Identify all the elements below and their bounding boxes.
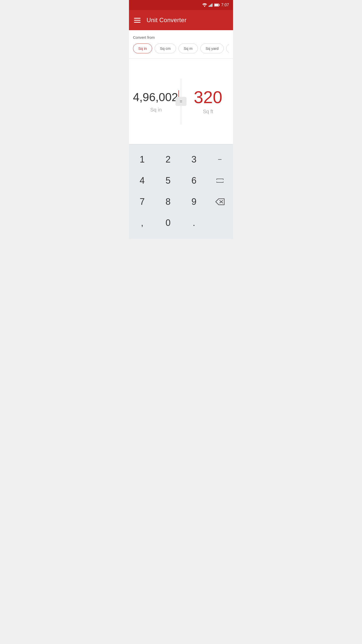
key-backspace[interactable] <box>207 192 233 212</box>
key-minus[interactable]: − <box>207 149 233 170</box>
key-9[interactable]: 9 <box>181 192 207 212</box>
key-comma[interactable]: , <box>129 213 155 233</box>
output-unit-label: Sq ft <box>203 109 213 114</box>
input-unit-label: Sq in <box>150 107 162 113</box>
key-1[interactable]: 1 <box>129 149 155 170</box>
conversion-row: 4,96,002 Sq in = 320 Sq ft <box>129 89 233 114</box>
svg-rect-1 <box>209 6 209 7</box>
key-space[interactable] <box>207 171 233 191</box>
convert-from-label: Convert from <box>133 35 229 39</box>
unit-tabs: Sq in Sq cm Sq m Sq yard Sq mile Acre <box>133 44 229 54</box>
unit-tab-sq-cm[interactable]: Sq cm <box>155 44 176 53</box>
toolbar-title: Unit Converter <box>147 17 187 24</box>
key-8[interactable]: 8 <box>155 192 181 212</box>
backspace-icon <box>215 198 225 205</box>
key-3[interactable]: 3 <box>181 149 207 170</box>
equals-badge: = <box>175 97 187 106</box>
key-2[interactable]: 2 <box>155 149 181 170</box>
unit-selector-section: Convert from Sq in Sq cm Sq m Sq yard Sq… <box>129 30 233 58</box>
signal-icon <box>209 3 213 7</box>
keyboard-row-4: , 0 . <box>129 213 233 233</box>
keyboard-row-2: 4 5 6 <box>129 171 233 191</box>
svg-rect-6 <box>219 5 219 6</box>
unit-tab-sq-yard[interactable]: Sq yard <box>200 44 224 53</box>
output-side: 320 Sq ft <box>183 89 233 114</box>
battery-icon <box>214 4 220 7</box>
key-4[interactable]: 4 <box>129 171 155 191</box>
output-value: 320 <box>194 89 222 106</box>
unit-tab-sq-in[interactable]: Sq in <box>133 44 152 53</box>
menu-icon[interactable] <box>134 18 141 23</box>
key-5[interactable]: 5 <box>155 171 181 191</box>
keyboard-row-1: 1 2 3 − <box>129 149 233 170</box>
unit-tab-sq-m[interactable]: Sq m <box>178 44 198 53</box>
svg-point-0 <box>204 6 205 7</box>
key-period[interactable]: . <box>181 213 207 233</box>
input-side: 4,96,002 Sq in <box>129 90 183 113</box>
svg-rect-3 <box>211 4 211 7</box>
input-value[interactable]: 4,96,002 <box>133 90 179 104</box>
svg-rect-2 <box>210 5 210 7</box>
toolbar: Unit Converter <box>129 10 233 30</box>
status-icons: 7:07 <box>202 3 229 7</box>
key-7[interactable]: 7 <box>129 192 155 212</box>
keyboard: 1 2 3 − 4 5 6 7 8 9 , 0 . <box>129 144 233 239</box>
wifi-icon <box>202 3 207 7</box>
key-0[interactable]: 0 <box>155 213 181 233</box>
status-bar: 7:07 <box>129 0 233 10</box>
svg-rect-7 <box>214 4 218 6</box>
svg-rect-4 <box>212 4 212 7</box>
key-6[interactable]: 6 <box>181 171 207 191</box>
status-time: 7:07 <box>221 3 229 7</box>
keyboard-row-3: 7 8 9 <box>129 192 233 212</box>
key-empty <box>207 213 233 233</box>
unit-tab-sq-mile[interactable]: Sq mile <box>226 44 229 53</box>
conversion-area: 4,96,002 Sq in = 320 Sq ft <box>129 59 233 144</box>
